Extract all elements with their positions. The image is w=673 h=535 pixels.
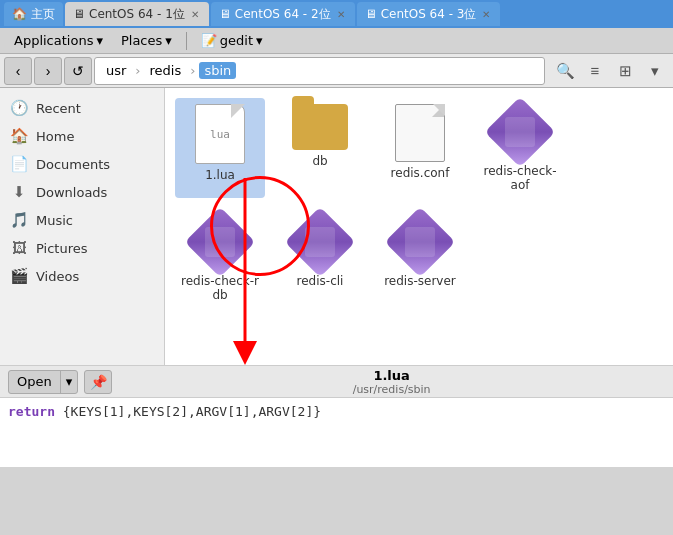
file-redis-check-aof-label: redis-check-aof — [481, 164, 559, 192]
forward-button[interactable]: › — [34, 57, 62, 85]
tab-home[interactable]: 🏠 主页 — [4, 2, 63, 26]
menu-applications[interactable]: Applications ▾ — [6, 31, 111, 50]
tab-centos2[interactable]: 🖥 CentOS 64 - 2位 ✕ — [211, 2, 355, 26]
open-dropdown-arrow[interactable]: ▾ — [60, 371, 78, 393]
status-info: 1.lua /usr/redis/sbin — [118, 368, 665, 396]
file-db[interactable]: db — [275, 98, 365, 198]
menubar: Applications ▾ Places ▾ 📝 gedit ▾ — [0, 28, 673, 54]
breadcrumb-sbin[interactable]: sbin — [199, 62, 236, 79]
file-area: lua 1.lua db redis.conf redis-check-aof — [165, 88, 673, 365]
file-redis-check-rdb-label: redis-check-rdb — [181, 274, 259, 302]
file-1lua[interactable]: lua 1.lua — [175, 98, 265, 198]
tab-centos1-label: CentOS 64 - 1位 — [89, 6, 185, 23]
file-redis-check-aof[interactable]: redis-check-aof — [475, 98, 565, 198]
file-redisconf[interactable]: redis.conf — [375, 98, 465, 198]
breadcrumb-redis[interactable]: redis — [145, 62, 187, 79]
sidebar-item-videos[interactable]: 🎬 Videos — [0, 262, 164, 290]
applications-arrow: ▾ — [96, 33, 103, 48]
tab-centos2-close[interactable]: ✕ — [335, 9, 347, 20]
exe-icon-server — [392, 214, 448, 270]
pin-icon: 📌 — [90, 374, 107, 390]
gedit-arrow: ▾ — [256, 33, 263, 48]
open-button[interactable]: Open ▾ — [8, 370, 78, 394]
gedit-label: gedit — [220, 33, 253, 48]
tab-centos2-label: CentOS 64 - 2位 — [235, 6, 331, 23]
exe-icon-rdb — [192, 214, 248, 270]
reload-button[interactable]: ↺ — [64, 57, 92, 85]
main-area: 🕐 Recent 🏠 Home 📄 Documents ⬇ Downloads … — [0, 88, 673, 365]
sidebar: 🕐 Recent 🏠 Home 📄 Documents ⬇ Downloads … — [0, 88, 165, 365]
folder-icon — [292, 104, 348, 150]
sidebar-downloads-label: Downloads — [36, 185, 107, 200]
sidebar-item-home[interactable]: 🏠 Home — [0, 122, 164, 150]
status-filename: 1.lua — [373, 368, 409, 383]
vm-icon-3: 🖥 — [365, 7, 377, 21]
back-icon: ‹ — [16, 63, 21, 79]
sidebar-recent-label: Recent — [36, 101, 81, 116]
open-label: Open — [9, 374, 60, 389]
pin-button[interactable]: 📌 — [84, 370, 112, 394]
menu-separator — [186, 32, 187, 50]
gedit-icon: 📝 — [201, 33, 217, 48]
more-button[interactable]: ▾ — [641, 57, 669, 85]
file-redis-server[interactable]: redis-server — [375, 208, 465, 308]
editor-code: {KEYS[1],KEYS[2],ARGV[1],ARGV[2]} — [63, 404, 321, 419]
tab-centos3-close[interactable]: ✕ — [480, 9, 492, 20]
file-redis-cli-label: redis-cli — [297, 274, 344, 288]
list-view-button[interactable]: ≡ — [581, 57, 609, 85]
home-sidebar-icon: 🏠 — [10, 127, 28, 145]
menu-places[interactable]: Places ▾ — [113, 31, 180, 50]
tab-centos1-close[interactable]: ✕ — [189, 9, 201, 20]
back-button[interactable]: ‹ — [4, 57, 32, 85]
places-arrow: ▾ — [165, 33, 172, 48]
file-redis-server-label: redis-server — [384, 274, 456, 288]
toolbar: ‹ › ↺ usr › redis › sbin 🔍 ≡ ⊞ ▾ — [0, 54, 673, 88]
places-label: Places — [121, 33, 162, 48]
sidebar-music-label: Music — [36, 213, 73, 228]
music-icon: 🎵 — [10, 211, 28, 229]
vm-icon-1: 🖥 — [73, 7, 85, 21]
tab-home-label: 主页 — [31, 6, 55, 23]
search-button[interactable]: 🔍 — [551, 57, 579, 85]
sidebar-item-downloads[interactable]: ⬇ Downloads — [0, 178, 164, 206]
file-db-label: db — [312, 154, 327, 168]
downloads-icon: ⬇ — [10, 183, 28, 201]
sidebar-item-recent[interactable]: 🕐 Recent — [0, 94, 164, 122]
file-redis-check-rdb[interactable]: redis-check-rdb — [175, 208, 265, 308]
menu-gedit[interactable]: 📝 gedit ▾ — [193, 31, 271, 50]
content-wrapper: 🕐 Recent 🏠 Home 📄 Documents ⬇ Downloads … — [0, 88, 673, 365]
pictures-icon: 🖼 — [10, 239, 28, 257]
titlebar: 🏠 主页 🖥 CentOS 64 - 1位 ✕ 🖥 CentOS 64 - 2位… — [0, 0, 673, 28]
lua-icon: lua — [195, 104, 245, 164]
sidebar-item-documents[interactable]: 📄 Documents — [0, 150, 164, 178]
sidebar-item-pictures[interactable]: 🖼 Pictures — [0, 234, 164, 262]
reload-icon: ↺ — [72, 63, 84, 79]
editor-line-1: return {KEYS[1],KEYS[2],ARGV[1],ARGV[2]} — [8, 402, 665, 423]
status-path: /usr/redis/sbin — [118, 383, 665, 396]
grid-view-button[interactable]: ⊞ — [611, 57, 639, 85]
sidebar-item-music[interactable]: 🎵 Music — [0, 206, 164, 234]
sidebar-pictures-label: Pictures — [36, 241, 87, 256]
toolbar-right: 🔍 ≡ ⊞ ▾ — [551, 57, 669, 85]
documents-icon: 📄 — [10, 155, 28, 173]
home-icon: 🏠 — [12, 7, 27, 21]
videos-icon: 🎬 — [10, 267, 28, 285]
breadcrumb-usr[interactable]: usr — [101, 62, 131, 79]
applications-label: Applications — [14, 33, 93, 48]
sidebar-home-label: Home — [36, 129, 74, 144]
exe-icon-cli — [292, 214, 348, 270]
tab-centos1[interactable]: 🖥 CentOS 64 - 1位 ✕ — [65, 2, 209, 26]
sidebar-videos-label: Videos — [36, 269, 79, 284]
list-icon: ≡ — [591, 62, 600, 79]
file-redis-cli[interactable]: redis-cli — [275, 208, 365, 308]
exe-icon-aof — [492, 104, 548, 160]
tab-centos3[interactable]: 🖥 CentOS 64 - 3位 ✕ — [357, 2, 501, 26]
file-redisconf-label: redis.conf — [391, 166, 450, 180]
tab-centos3-label: CentOS 64 - 3位 — [381, 6, 477, 23]
grid-icon: ⊞ — [619, 62, 632, 80]
editor-area[interactable]: return {KEYS[1],KEYS[2],ARGV[1],ARGV[2]} — [0, 397, 673, 467]
forward-icon: › — [46, 63, 51, 79]
more-icon: ▾ — [651, 62, 659, 80]
file-1lua-label: 1.lua — [205, 168, 235, 182]
recent-icon: 🕐 — [10, 99, 28, 117]
